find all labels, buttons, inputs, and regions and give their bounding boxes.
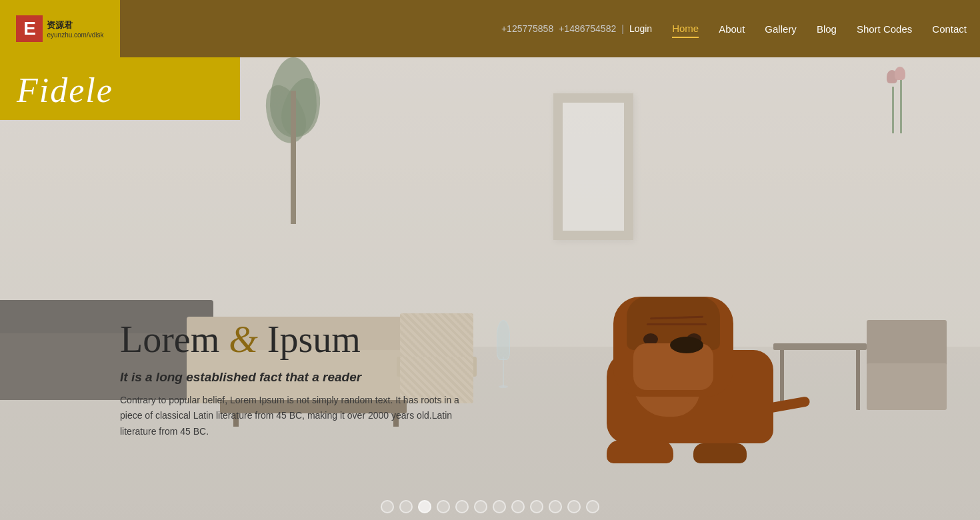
- scroll-dot-4[interactable]: [437, 500, 450, 513]
- dog-mastiff: [593, 283, 807, 463]
- scroll-dot-9[interactable]: [530, 500, 543, 513]
- top-contacts: +125775858 +1486754582 | Login: [501, 23, 652, 34]
- nav-blog[interactable]: Blog: [817, 21, 837, 37]
- hero-title-ampersand: &: [229, 319, 267, 360]
- phone1: +125775858: [501, 23, 553, 34]
- nav-home[interactable]: Home: [672, 20, 699, 38]
- scroll-dot-6[interactable]: [474, 500, 487, 513]
- separator: |: [621, 23, 624, 34]
- logo-inner: E 资源君 eyunzhu.com/vdisk: [16, 15, 103, 42]
- header-right: +125775858 +1486754582 | Login Home Abou…: [501, 20, 980, 38]
- logo-text: 资源君 eyunzhu.com/vdisk: [47, 19, 103, 39]
- scroll-dot-7[interactable]: [493, 500, 506, 513]
- scroll-dot-5[interactable]: [455, 500, 469, 513]
- hero-subtitle: It is a long established fact that a rea…: [120, 370, 493, 385]
- phone2: +1486754582: [559, 23, 616, 34]
- dog-nose: [670, 337, 703, 353]
- scroll-dot-11[interactable]: [567, 500, 581, 513]
- scroll-dot-2[interactable]: [399, 500, 413, 513]
- dog-paw-right: [693, 443, 747, 463]
- scroll-dot-12[interactable]: [586, 500, 599, 513]
- dog-paw-left: [607, 440, 673, 463]
- hero-title-part2: Ipsum: [267, 319, 361, 360]
- scroll-dot-10[interactable]: [549, 500, 562, 513]
- logo-box: E 资源君 eyunzhu.com/vdisk: [0, 0, 120, 57]
- login-link[interactable]: Login: [629, 23, 652, 34]
- scroll-dot-1[interactable]: [381, 500, 394, 513]
- nav-shortcodes[interactable]: Short Codes: [857, 21, 912, 37]
- logo-cn-name: 资源君: [47, 19, 103, 31]
- logo-url: eyunzhu.com/vdisk: [47, 31, 103, 39]
- logo-e-letter: E: [23, 18, 36, 39]
- logo-e-mark: E: [16, 15, 43, 42]
- hero-title: Lorem & Ipsum: [120, 318, 493, 361]
- dog-head: [613, 297, 733, 397]
- dog-wrinkle-2: [647, 323, 707, 325]
- nav-about[interactable]: About: [719, 21, 745, 37]
- hero-content: Lorem & Ipsum It is a long established f…: [120, 318, 493, 440]
- dog-snout: [633, 343, 713, 390]
- scroll-dot-3[interactable]: [418, 500, 431, 513]
- nav-contact[interactable]: Contact: [932, 21, 967, 37]
- logo-area: E 资源君 eyunzhu.com/vdisk: [0, 0, 120, 57]
- nav-gallery[interactable]: Gallery: [765, 21, 797, 37]
- hero-title-part1: Lorem: [120, 319, 219, 360]
- scroll-dot-8[interactable]: [511, 500, 525, 513]
- scroll-dots: [0, 500, 980, 513]
- brand-name: Fidele: [17, 71, 113, 110]
- main-nav: Home About Gallery Blog Short Codes Cont…: [672, 20, 967, 38]
- hero-body-text: Contrary to popular belief, Lorem Ipsum …: [120, 393, 467, 440]
- header: E 资源君 eyunzhu.com/vdisk +125775858 +1486…: [0, 0, 980, 57]
